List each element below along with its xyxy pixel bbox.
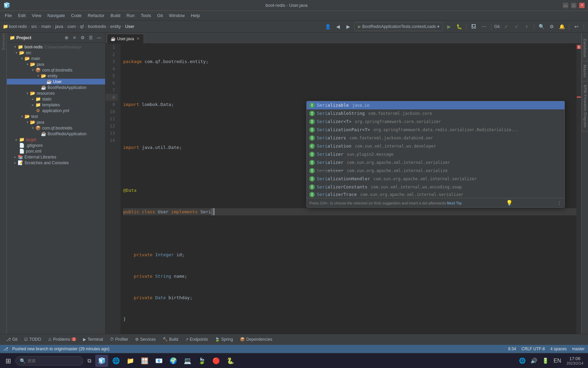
coverage-button[interactable]: ⛾ [469,22,478,31]
start-button[interactable]: ⊞ [3,355,14,367]
tree-bootredis-app[interactable]: ☕ BootRedisApplication [7,85,105,90]
tree-pomxml[interactable]: 📄 pom.xml [7,148,105,154]
back-icon[interactable]: ◀ [334,22,343,31]
status-position[interactable]: 8:34 [508,347,516,351]
ac-item-1[interactable]: I SerializableString com.fasterxml.jacks… [307,109,565,118]
taskbar-volume-icon[interactable]: 🔊 [529,356,539,365]
tree-src[interactable]: ▾ 📂 src [7,50,105,56]
tree-project-root[interactable]: ▾ 📁 boot-redis C:\Users\zed\Desktop\ [7,44,105,50]
menu-view[interactable]: View [29,12,44,19]
vtab-bpm[interactable]: BPM-Flowable-Diagram [582,81,588,132]
bottom-tab-profiler[interactable]: ⏱ Profiler [107,334,132,345]
ac-item-6[interactable]: I Serializer sun.plugin2.message [307,150,565,158]
status-vcs[interactable]: master [572,347,585,351]
tree-static[interactable]: ▸ 📁 static [7,96,105,102]
sidebar-settings-button[interactable]: ⚙ [79,34,86,41]
taskbar-extra[interactable]: 🐍 [224,355,237,367]
git-push-icon[interactable]: ↑ [522,22,531,31]
tree-user-class[interactable]: ☕ User [7,79,105,85]
bottom-tab-terminal[interactable]: ▶ Terminal [80,334,106,345]
ac-item-8[interactable]: I Serializer com.sun.org.apache.xml.inte… [307,167,565,175]
sidebar-add-button[interactable]: ⊕ [63,34,70,41]
tree-test-class[interactable]: ☕ BootRedisApplication [7,131,105,137]
search-icon[interactable]: 🔍 [537,22,546,31]
menu-edit[interactable]: Edit [15,12,28,19]
menu-build[interactable]: Build [108,12,123,19]
taskview-button[interactable]: ⧉ [85,355,94,367]
error-badge[interactable]: 1 [577,45,581,49]
sidebar-gear-button[interactable]: ☰ [87,34,94,41]
menu-tools[interactable]: Tools [138,12,154,19]
menu-navigate[interactable]: Navigate [45,12,67,19]
sidebar-hide-button[interactable]: — [96,34,102,41]
taskbar-battery-icon[interactable]: 🔋 [541,356,550,365]
bottom-tab-spring[interactable]: 🍃 Spring [211,334,236,345]
taskbar-vscode[interactable]: 💻 [181,355,194,367]
breadcrumb-qf[interactable]: qf [80,24,84,29]
run-config-button[interactable]: ▶ BootRedisApplicationTests.contextLoads… [354,22,443,31]
bottom-tab-todo[interactable]: ☑ TODO [21,334,44,345]
bottom-tab-endpoints[interactable]: ↗ Endpoints [182,334,211,345]
tree-external-libs[interactable]: ▸ 📚 External Libraries [7,154,105,160]
undo-icon[interactable]: ↩ [572,22,581,31]
more-run-button[interactable]: ⋯ [479,22,488,31]
menu-file[interactable]: File [2,12,15,19]
bottom-tab-dependencies[interactable]: 📦 Dependencies [236,334,276,345]
ac-item-0[interactable]: I Serializable java.io [307,101,565,109]
ac-item-5[interactable]: C Serialization com.sun.xml.internal.ws.… [307,142,565,150]
bottom-tab-build[interactable]: 🔨 Build [159,334,182,345]
ac-item-9[interactable]: I SerializationHandler com.sun.org.apach… [307,175,565,183]
ac-item-2[interactable]: I Serializer<T> org.springframework.core… [307,118,565,126]
profile-icon[interactable]: 👤 [324,22,332,31]
close-button[interactable]: ✕ [579,3,585,8]
ac-item-10[interactable]: I SerializerConstants com.sun.xml.intern… [307,183,565,191]
breadcrumb-src[interactable]: src [31,24,37,29]
breadcrumb-entity[interactable]: entity [110,24,121,29]
status-indent[interactable]: 4 spaces [550,347,567,351]
debug-button[interactable]: 🐛 [455,22,463,31]
settings-icon[interactable]: ⚙ [547,22,556,31]
tree-test[interactable]: ▾ 📂 test [7,113,105,119]
breadcrumb-main[interactable]: main [41,24,51,29]
menu-run[interactable]: Run [124,12,137,19]
breadcrumb-bootredis[interactable]: bootredis [88,24,106,29]
tree-entity[interactable]: ▾ 📂 entity [7,73,105,79]
bottom-tab-git[interactable]: ⎇ Git [3,334,21,345]
code-editor[interactable]: 1 2 3 4 5 6 7 8 9 10 11 12 13 14 package… [105,44,581,334]
taskbar-windows[interactable]: 🪟 [138,355,151,367]
tree-templates[interactable]: ▸ 📁 templates [7,102,105,108]
taskbar-clock[interactable]: 17:06 2023/2/14 [565,355,585,366]
ac-footer-bulb[interactable]: 💡 [506,200,513,206]
tree-scratches[interactable]: ▸ 📝 Scratches and Consoles [7,160,105,166]
taskbar-edge[interactable]: 🌐 [110,355,122,367]
forward-icon[interactable]: ▶ [344,22,353,31]
run-button[interactable]: ▶ [444,22,453,31]
ac-item-7[interactable]: I Serializer com.sun.org.apache.xml.inte… [307,158,565,167]
menu-refactor[interactable]: Refactor [85,12,107,19]
taskbar-jetbrains[interactable]: 🧊 [95,355,108,367]
breadcrumb-java[interactable]: java [55,24,63,29]
taskbar-redis[interactable]: 🔴 [210,355,223,367]
bottom-tab-services[interactable]: ⚙ Services [132,334,159,345]
git-checkmark2-icon[interactable]: ✓ [512,22,521,31]
tree-resources[interactable]: ▾ 📂 resources [7,90,105,96]
taskbar-keyboard-icon[interactable]: EN [552,356,562,365]
taskbar-search-input[interactable] [28,358,75,363]
taskbar-mail[interactable]: 📧 [152,355,165,367]
breadcrumb-project[interactable]: 📁 boot-redis [3,24,27,29]
breadcrumb-com[interactable]: com [67,24,76,29]
tree-package[interactable]: ▾ 📦 com.qf.bootredis [7,67,105,73]
tree-main[interactable]: ▾ 📂 main [7,56,105,61]
tree-gitignore[interactable]: 📄 .gitignore [7,142,105,148]
taskbar-chrome[interactable]: 🌍 [167,355,180,367]
menu-help[interactable]: Help [188,12,203,19]
ac-item-11[interactable]: I SerializerTrace com.sun.org.apache.xml… [307,191,565,198]
ac-footer-key[interactable]: Next Tip [447,201,461,205]
tree-test-java[interactable]: ▾ 📂 java [7,119,105,125]
maximize-button[interactable]: □ [571,3,576,8]
taskbar-springboot[interactable]: 🍃 [195,355,208,367]
tree-test-package[interactable]: ▾ 📦 com.qf.bootredis [7,125,105,131]
tree-application-yml[interactable]: ⚙ application.yml [7,108,105,113]
taskbar-search[interactable]: 🔍 [15,356,83,366]
taskbar-explorer[interactable]: 📁 [124,355,137,367]
